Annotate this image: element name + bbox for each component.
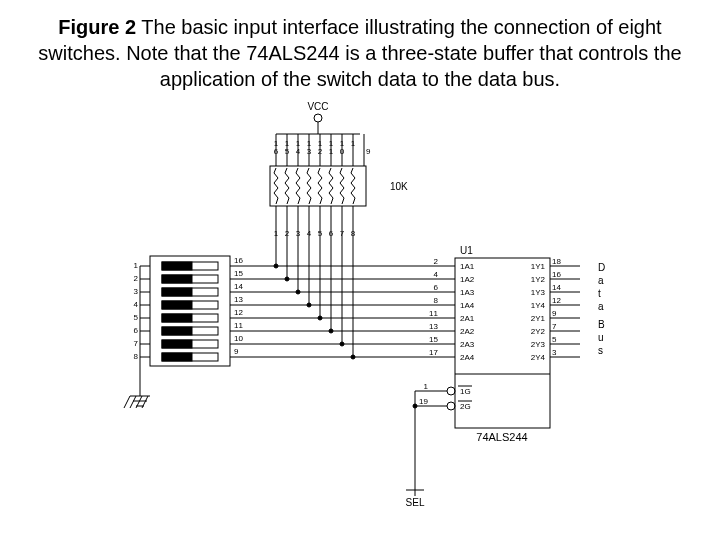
svg-text:1G: 1G <box>460 387 471 396</box>
svg-text:1A1: 1A1 <box>460 262 475 271</box>
svg-text:12: 12 <box>234 308 243 317</box>
svg-text:2Y2: 2Y2 <box>531 327 546 336</box>
svg-text:3: 3 <box>307 147 312 156</box>
ic-enable-pins: 11G 192G <box>419 382 472 411</box>
svg-rect-50 <box>162 301 192 309</box>
vcc-label: VCC <box>307 101 328 112</box>
svg-text:6: 6 <box>434 283 439 292</box>
svg-text:1A4: 1A4 <box>460 301 475 310</box>
svg-text:2A1: 2A1 <box>460 314 475 323</box>
dip-sliders <box>162 262 218 361</box>
svg-text:7: 7 <box>552 322 557 331</box>
svg-rect-58 <box>162 353 192 361</box>
svg-text:2A2: 2A2 <box>460 327 475 336</box>
svg-text:9: 9 <box>552 309 557 318</box>
ic-refdes: U1 <box>460 245 473 256</box>
svg-text:2: 2 <box>434 257 439 266</box>
svg-text:15: 15 <box>234 269 243 278</box>
svg-text:14: 14 <box>234 282 243 291</box>
svg-text:2A4: 2A4 <box>460 353 475 362</box>
svg-point-173 <box>351 355 355 359</box>
figure-caption: Figure 2 The basic input interface illus… <box>0 0 720 96</box>
svg-text:t: t <box>598 288 601 299</box>
svg-text:2Y4: 2Y4 <box>531 353 546 362</box>
svg-text:11: 11 <box>429 309 438 318</box>
svg-point-153 <box>447 402 455 410</box>
svg-text:8: 8 <box>134 352 139 361</box>
vcc-node <box>314 114 322 122</box>
svg-text:2G: 2G <box>460 402 471 411</box>
svg-text:a: a <box>598 275 604 286</box>
svg-line-98 <box>142 396 148 408</box>
signal-wires <box>242 226 440 359</box>
svg-text:1: 1 <box>424 382 429 391</box>
svg-text:7: 7 <box>134 339 139 348</box>
svg-text:11: 11 <box>234 321 243 330</box>
resistor-top-pins: 16 15 14 13 12 11 10 1 9 <box>274 134 371 166</box>
svg-text:9: 9 <box>366 147 371 156</box>
svg-rect-48 <box>162 288 192 296</box>
svg-text:15: 15 <box>429 335 438 344</box>
circuit-diagram: VCC 16 15 14 13 12 11 10 1 9 10K 1 2 <box>100 96 620 516</box>
svg-point-161 <box>285 277 289 281</box>
svg-point-159 <box>274 264 278 268</box>
svg-text:5: 5 <box>552 335 557 344</box>
svg-text:5: 5 <box>285 147 290 156</box>
svg-text:5: 5 <box>134 313 139 322</box>
ic-partname: 74ALS244 <box>476 431 527 443</box>
svg-text:3: 3 <box>134 287 139 296</box>
svg-text:14: 14 <box>552 283 561 292</box>
svg-text:12: 12 <box>552 296 561 305</box>
svg-point-148 <box>447 387 455 395</box>
resistor-bottom-pins: 1 2 3 4 5 6 7 8 <box>274 206 356 238</box>
svg-text:1: 1 <box>134 261 139 270</box>
svg-text:2: 2 <box>318 147 323 156</box>
svg-rect-44 <box>162 262 192 270</box>
svg-text:8: 8 <box>434 296 439 305</box>
sel-wiring: SEL <box>406 391 430 508</box>
svg-text:4: 4 <box>434 270 439 279</box>
dip-switch <box>150 256 230 366</box>
resistor-zigzags <box>274 168 355 204</box>
svg-text:3: 3 <box>552 348 557 357</box>
ic-left-pins: 21A1 41A2 61A3 81A4 112A1 132A2 152A3 17… <box>429 257 475 362</box>
svg-text:D: D <box>598 262 605 273</box>
svg-point-171 <box>340 342 344 346</box>
svg-point-177 <box>413 404 417 408</box>
svg-text:1Y1: 1Y1 <box>531 262 546 271</box>
svg-text:6: 6 <box>274 147 279 156</box>
ic-right-pins: 1Y118 1Y216 1Y314 1Y412 2Y19 2Y27 2Y35 2… <box>531 257 580 362</box>
svg-text:6: 6 <box>134 326 139 335</box>
svg-text:10: 10 <box>234 334 243 343</box>
svg-rect-46 <box>162 275 192 283</box>
svg-text:1A2: 1A2 <box>460 275 475 284</box>
svg-point-165 <box>307 303 311 307</box>
svg-line-96 <box>130 396 136 408</box>
svg-text:16: 16 <box>552 270 561 279</box>
svg-text:13: 13 <box>234 295 243 304</box>
resistor-value: 10K <box>390 181 408 192</box>
svg-text:2: 2 <box>134 274 139 283</box>
data-bus-label: D a t a B u s <box>598 262 605 356</box>
svg-text:1A3: 1A3 <box>460 288 475 297</box>
svg-point-163 <box>296 290 300 294</box>
svg-rect-54 <box>162 327 192 335</box>
svg-rect-56 <box>162 340 192 348</box>
svg-text:1: 1 <box>351 139 356 148</box>
svg-text:4: 4 <box>296 147 301 156</box>
svg-text:2Y3: 2Y3 <box>531 340 546 349</box>
svg-text:a: a <box>598 301 604 312</box>
svg-text:2Y1: 2Y1 <box>531 314 546 323</box>
sel-label: SEL <box>406 497 425 508</box>
svg-point-169 <box>329 329 333 333</box>
svg-text:16: 16 <box>234 256 243 265</box>
svg-text:s: s <box>598 345 603 356</box>
svg-line-95 <box>124 396 130 408</box>
svg-rect-52 <box>162 314 192 322</box>
svg-text:1: 1 <box>329 147 334 156</box>
svg-text:17: 17 <box>429 348 438 357</box>
svg-text:13: 13 <box>429 322 438 331</box>
svg-text:19: 19 <box>419 397 428 406</box>
svg-text:1Y2: 1Y2 <box>531 275 546 284</box>
ground-icon <box>124 396 150 408</box>
